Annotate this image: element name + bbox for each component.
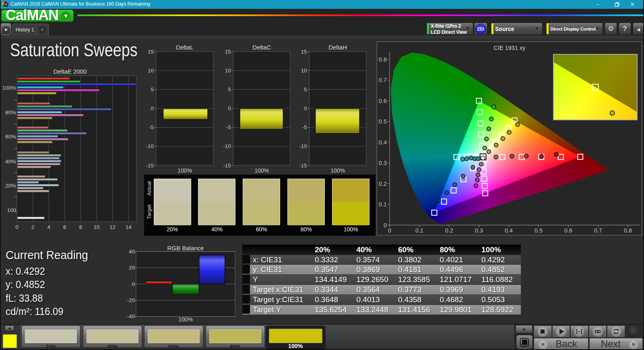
svg-text:0: 0 [132,281,135,287]
svg-text:-5: -5 [226,124,231,130]
svg-text:100%: 100% [178,167,192,174]
svg-text:-40: -40 [127,313,135,319]
svg-text:-10: -10 [146,143,154,149]
svg-text:0.7: 0.7 [594,227,602,234]
svg-text:20: 20 [129,265,135,271]
svg-text:0.4: 0.4 [379,139,387,146]
svg-text:5: 5 [151,86,154,93]
svg-text:12: 12 [109,224,116,230]
svg-text:CIE 1931 xy: CIE 1931 xy [494,45,526,51]
svg-text:DeltaE 2000: DeltaE 2000 [54,68,87,75]
svg-text:0.2: 0.2 [445,227,453,234]
svg-text:0.5: 0.5 [535,227,543,234]
svg-text:4: 4 [47,224,50,230]
svg-text:20%: 20% [5,183,16,189]
svg-text:DeltaC: DeltaC [252,44,271,51]
svg-text:0.3: 0.3 [379,160,387,166]
svg-text:0.6: 0.6 [564,227,572,234]
svg-text:0: 0 [384,222,387,229]
svg-text:6: 6 [63,224,66,230]
svg-text:-20: -20 [127,297,135,303]
svg-text:0.4: 0.4 [505,227,513,234]
svg-text:DeltaH: DeltaH [328,44,347,51]
svg-text:10: 10 [301,68,307,74]
svg-text:2: 2 [31,224,35,230]
svg-text:14: 14 [126,224,132,230]
svg-text:0.1: 0.1 [415,227,423,234]
svg-text:RGB Balance: RGB Balance [167,245,204,251]
svg-text:0.6: 0.6 [379,98,387,104]
svg-text:5: 5 [304,86,307,93]
svg-text:15: 15 [225,49,231,55]
svg-text:0: 0 [15,224,19,230]
svg-text:100%: 100% [178,316,193,323]
svg-text:0.1: 0.1 [379,201,387,208]
svg-text:-10: -10 [223,143,231,149]
svg-text:10: 10 [93,224,99,230]
svg-text:10: 10 [148,68,154,74]
svg-text:0.7: 0.7 [379,77,387,83]
svg-text:0.8: 0.8 [379,56,387,63]
svg-text:0.2: 0.2 [379,181,387,187]
svg-text:-10: -10 [299,143,307,149]
svg-text:100%: 100% [2,85,16,91]
svg-text:100: 100 [7,207,16,213]
svg-text:5: 5 [228,86,231,93]
svg-text:-15: -15 [223,163,231,169]
svg-text:40: 40 [129,249,135,255]
svg-text:100%: 100% [330,167,345,174]
svg-text:0: 0 [304,105,307,111]
svg-text:0: 0 [388,227,391,234]
svg-text:-15: -15 [146,163,154,169]
svg-text:DeltaL: DeltaL [176,44,193,51]
svg-text:80%: 80% [5,109,16,115]
svg-text:40%: 40% [5,159,16,165]
svg-text:8: 8 [79,224,83,230]
svg-text:10: 10 [225,68,231,74]
svg-text:-15: -15 [299,163,307,169]
svg-text:15: 15 [148,49,154,55]
svg-text:0: 0 [228,105,231,111]
svg-text:0.5: 0.5 [379,118,387,125]
svg-text:100%: 100% [254,167,269,174]
svg-text:-5: -5 [302,124,307,130]
svg-text:-5: -5 [149,124,154,130]
svg-text:60%: 60% [5,134,16,140]
svg-text:0: 0 [151,105,154,111]
svg-text:0.3: 0.3 [475,227,483,234]
svg-text:0.8: 0.8 [624,227,632,234]
svg-text:15: 15 [301,49,307,55]
